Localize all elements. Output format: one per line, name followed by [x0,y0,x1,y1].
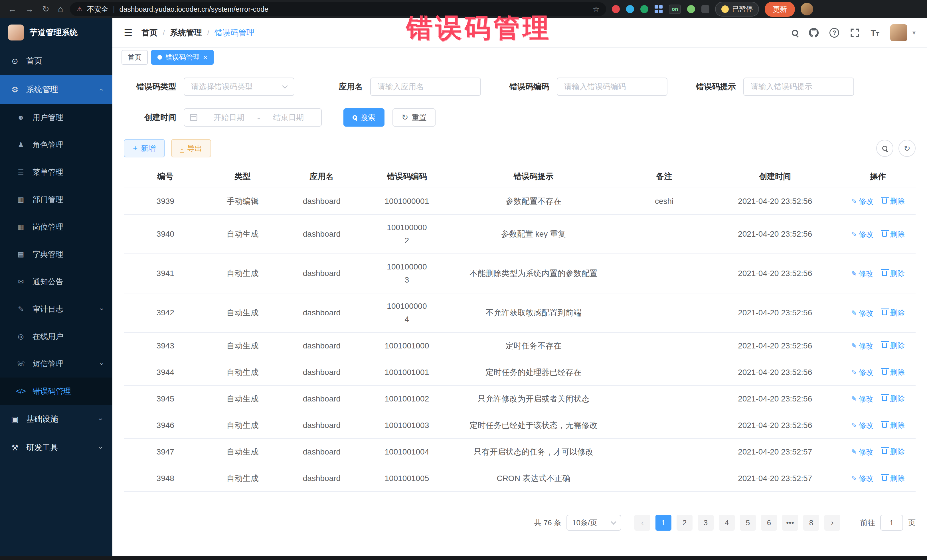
help-icon[interactable]: ? [830,28,839,38]
page-number-button[interactable]: 5 [740,514,756,531]
search-icon[interactable] [792,30,798,36]
error-hint-input[interactable] [743,77,854,96]
error-code-input[interactable] [557,77,667,96]
goto-page-input[interactable] [880,514,903,531]
delete-link[interactable]: 删除 [881,194,905,208]
cell-actions: ✎修改删除 [840,412,916,439]
extension-icon[interactable] [640,5,648,13]
edit-link[interactable]: ✎修改 [851,392,873,405]
font-size-icon[interactable]: TT [871,28,879,38]
delete-link[interactable]: 删除 [881,419,905,432]
search-button[interactable]: 搜索 [343,108,384,127]
edit-link[interactable]: ✎修改 [851,339,873,352]
sidebar-subitem[interactable]: ☏ 短信管理 › [0,350,112,378]
refresh-table-button[interactable]: ↻ [898,140,916,157]
paused-badge[interactable]: 已暂停 [715,2,759,17]
delete-link[interactable]: 删除 [881,267,905,280]
extension-icon[interactable] [612,5,620,13]
edit-link[interactable]: ✎修改 [851,195,873,208]
sidebar-item-devtools[interactable]: ⚒ 研发工具 › [0,433,112,462]
hamburger-icon[interactable]: ☰ [124,27,132,38]
page-number-button[interactable]: 2 [676,514,693,531]
page-number-button[interactable]: ••• [782,514,798,531]
sidebar-subitem[interactable]: ▦ 岗位管理 › [0,213,112,241]
sidebar-subitem[interactable]: ✉ 通知公告 › [0,268,112,295]
submenu-icon: ☰ [16,168,26,176]
reload-icon[interactable]: ↻ [42,5,49,14]
error-type-select[interactable]: 请选择错误码类型 [184,77,294,96]
edit-link[interactable]: ✎修改 [851,472,873,485]
delete-link[interactable]: 删除 [881,472,905,485]
tab-error-code[interactable]: 错误码管理 × [151,50,214,65]
edit-link[interactable]: ✎修改 [851,228,873,241]
edit-link[interactable]: ✎修改 [851,267,873,280]
sidebar-item-system[interactable]: ⚙ 系统管理 › [0,75,112,104]
sidebar-subitem[interactable]: ☻ 用户管理 › [0,104,112,131]
cell-app-name: dashboard [278,385,365,412]
sidebar-subitem[interactable]: ▤ 字典管理 › [0,241,112,268]
filter-error-code: 错误码编码 [497,77,667,96]
browser-profile-avatar[interactable] [801,3,813,15]
page-number-button[interactable]: 4 [719,514,735,531]
cell-error-code: 1001001000 [365,332,448,359]
extension-icon[interactable] [626,5,634,13]
puzzle-icon[interactable] [701,5,710,13]
delete-link[interactable]: 删除 [881,306,905,319]
page-number-button[interactable]: 6 [761,514,777,531]
delete-link[interactable]: 删除 [881,445,905,458]
submenu-icon: ▥ [16,196,26,203]
fullscreen-icon[interactable] [850,28,860,38]
page-size-value: 10条/页 [572,518,597,528]
sidebar-subitem[interactable]: ▥ 部门管理 › [0,186,112,213]
user-avatar[interactable] [890,24,907,41]
extensions-cluster: on [612,5,710,14]
column-header: 应用名 [278,165,365,188]
cell-id: 3940 [124,214,207,254]
sidebar-subitem[interactable]: </> 错误码管理 › [0,378,112,405]
add-button[interactable]: + 新增 [124,139,165,157]
edit-link[interactable]: ✎修改 [851,366,873,379]
extension-grid-icon[interactable] [655,5,663,13]
app-name-input[interactable] [370,77,481,96]
extension-icon[interactable] [687,5,695,13]
next-page-button[interactable]: › [824,514,840,531]
caret-down-icon[interactable]: ▾ [912,29,916,36]
forward-icon[interactable]: → [25,5,33,14]
breadcrumb-system[interactable]: 系统管理 [170,27,202,38]
github-icon[interactable] [809,28,819,38]
date-range-picker[interactable]: 开始日期 - 结束日期 [184,108,322,127]
toggle-search-button[interactable] [876,140,894,157]
delete-link[interactable]: 删除 [881,366,905,379]
sidebar-subitem[interactable]: ♟ 角色管理 › [0,131,112,159]
back-icon[interactable]: ← [8,5,17,14]
edit-link[interactable]: ✎修改 [851,307,873,320]
sidebar-item-home[interactable]: ⊙ 首页 [0,47,112,75]
page-number-button[interactable]: 1 [655,514,672,531]
update-button[interactable]: 更新 [765,2,795,17]
delete-link[interactable]: 删除 [881,339,905,352]
breadcrumb-home[interactable]: 首页 [141,27,158,38]
sidebar-subitem[interactable]: ✎ 审计日志 › [0,295,112,323]
edit-icon: ✎ [851,267,857,280]
reset-button[interactable]: ↻ 重置 [392,108,436,127]
sidebar-subitem[interactable]: ◎ 在线用户 › [0,323,112,350]
page-size-select[interactable]: 10条/页 [567,514,621,531]
close-icon[interactable]: × [203,53,207,62]
edit-link[interactable]: ✎修改 [851,445,873,458]
tab-home[interactable]: 首页 [122,50,148,65]
prev-page-button[interactable]: ‹ [634,514,650,531]
delete-link[interactable]: 删除 [881,228,905,241]
delete-link[interactable]: 删除 [881,392,905,405]
export-button[interactable]: ↓ 导出 [171,139,211,157]
cell-remark [619,412,710,439]
menu-label: 系统管理 [26,84,58,95]
home-icon[interactable]: ⌂ [58,5,63,14]
star-icon[interactable]: ☆ [593,5,599,14]
page-number-button[interactable]: 3 [698,514,714,531]
page-number-button[interactable]: 8 [803,514,819,531]
sidebar-subitem[interactable]: ☰ 菜单管理 › [0,159,112,186]
extension-on-badge[interactable]: on [669,5,681,14]
app-logo[interactable]: 芋道管理系统 [0,18,112,47]
sidebar-item-infrastructure[interactable]: ▣ 基础设施 › [0,405,112,433]
edit-link[interactable]: ✎修改 [851,419,873,432]
